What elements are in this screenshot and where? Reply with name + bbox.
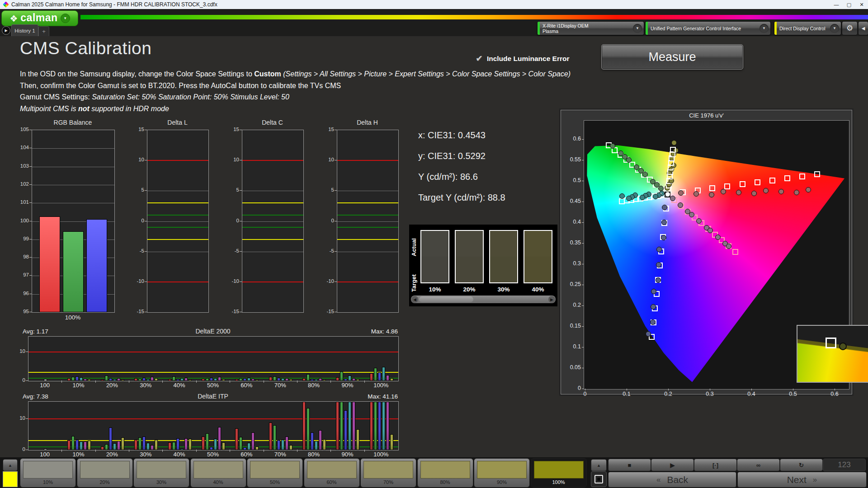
tick-mark xyxy=(330,380,331,383)
app-icon xyxy=(3,1,9,8)
deltae-bar xyxy=(344,410,347,450)
tick-mark xyxy=(129,450,129,452)
scroll-left-button[interactable]: ◀ xyxy=(411,296,418,303)
y-tick-label: 96 xyxy=(12,291,29,296)
y-tick-label: 10 xyxy=(317,157,334,162)
deltae-bar xyxy=(382,367,385,381)
readout-line: Target Y (cd/m²): 88.8 xyxy=(418,192,505,203)
continuous-button[interactable]: ∞ xyxy=(737,459,780,471)
y-tick-label: 0 xyxy=(317,218,334,223)
tick-mark xyxy=(582,139,584,140)
reference-line xyxy=(242,215,303,216)
settings-gear-button[interactable]: ⚙ xyxy=(842,21,858,35)
collapse-panel-button[interactable]: ◀ xyxy=(858,21,868,35)
meter-dropdown[interactable]: X-Rite i1Display OEMPlasma▼ xyxy=(537,21,644,35)
deltae-bar xyxy=(206,378,209,381)
interval-button[interactable]: [·] xyxy=(694,459,737,471)
cie-y-label: 0.45 xyxy=(563,198,581,204)
tick-mark xyxy=(835,389,835,390)
cie-y-label: 0.2 xyxy=(563,302,581,308)
measured-point xyxy=(671,140,677,145)
measured-point xyxy=(661,235,666,240)
patch-30%[interactable]: 30% xyxy=(133,458,189,488)
minimize-button[interactable]: — xyxy=(830,0,843,9)
patch-40%[interactable]: 40% xyxy=(190,458,246,488)
deltae-bar xyxy=(134,440,137,450)
tick-mark xyxy=(240,190,242,191)
patch-100%[interactable]: 100% xyxy=(531,458,587,488)
deltae-bar xyxy=(218,427,221,450)
deltae-bar xyxy=(151,377,154,381)
group-label: 100 xyxy=(28,451,61,458)
tick-mark xyxy=(264,380,264,383)
deltae-bar xyxy=(307,374,310,381)
reference-line xyxy=(337,239,398,240)
tick-mark xyxy=(61,380,62,383)
y-tick-label: 100 xyxy=(12,218,29,223)
scroll-thumb[interactable] xyxy=(419,296,473,302)
back-button[interactable]: « Back xyxy=(608,472,736,488)
target-square xyxy=(755,179,760,185)
pattern-generator-dropdown[interactable]: Unified Pattern Generator Control Interf… xyxy=(645,21,771,35)
add-tab-button[interactable]: + xyxy=(38,26,49,36)
patch-20%[interactable]: 20% xyxy=(77,458,133,488)
display-control-dropdown[interactable]: Direct Display Control▼ xyxy=(774,21,841,35)
deltae-bar xyxy=(255,380,259,381)
cie-plot xyxy=(584,120,849,389)
patch-60%[interactable]: 60% xyxy=(304,458,360,488)
cie-y-label: 0.05 xyxy=(563,364,581,371)
y-tick-label: 99 xyxy=(12,236,29,241)
deltae-bar xyxy=(285,378,288,381)
tick-mark xyxy=(230,380,230,383)
scroll-right-button[interactable]: ▶ xyxy=(548,296,555,303)
deltae-bar xyxy=(336,402,339,450)
calman-menu-button[interactable]: ❖ calman ▼ xyxy=(1,10,78,26)
patch-10%[interactable]: 10% xyxy=(20,458,76,488)
play-button[interactable]: ▶ xyxy=(651,459,694,471)
patch-70%[interactable]: 70% xyxy=(360,458,416,488)
pattern-preview-swatch[interactable] xyxy=(3,471,18,487)
deltae-bar xyxy=(109,378,112,381)
cie-y-label: 0.25 xyxy=(563,281,581,287)
transport-up-button[interactable]: ▲ xyxy=(591,459,607,471)
next-button[interactable]: Next » xyxy=(737,472,867,488)
pattern-window-up-button[interactable]: ▲ xyxy=(3,459,18,471)
reference-line xyxy=(147,215,208,216)
y-tick-label: -10 xyxy=(127,278,144,284)
cie-y-label: 0 xyxy=(563,385,581,391)
patch-90%[interactable]: 90% xyxy=(474,458,530,488)
cie-x-label: 0.3 xyxy=(701,391,719,397)
cie-x-label: 0.2 xyxy=(659,391,677,397)
maximize-button[interactable]: ▢ xyxy=(843,0,855,9)
y-tick-label: 10 xyxy=(14,415,25,421)
refresh-button[interactable]: ↻ xyxy=(780,459,823,471)
include-luminance-checkbox[interactable]: ✔ Include Luminance Error xyxy=(476,53,570,64)
pattern-window-button[interactable] xyxy=(591,471,607,487)
deltae-bar xyxy=(235,428,238,450)
deltae-bar xyxy=(340,402,343,450)
swatch-scrollbar[interactable]: ◀▶ xyxy=(411,296,556,303)
deltae-bar xyxy=(113,443,116,450)
cie-x-label: 0.1 xyxy=(618,391,636,397)
deltae-bar xyxy=(105,375,108,381)
tick-mark xyxy=(29,221,32,221)
deltae-bar xyxy=(214,378,217,381)
patch-50%[interactable]: 50% xyxy=(247,458,303,488)
tab-scroll-button[interactable]: ▶ xyxy=(2,26,10,35)
stop-button[interactable]: ■ xyxy=(608,459,651,471)
cie-y-label: 0.1 xyxy=(563,343,581,350)
tick-mark xyxy=(95,450,96,452)
measure-button[interactable]: Measure xyxy=(601,44,743,70)
close-button[interactable]: ✕ xyxy=(855,0,868,9)
tick-mark xyxy=(29,166,32,167)
y-tick-label: -10 xyxy=(222,278,239,284)
measured-point xyxy=(640,195,645,200)
patch-80%[interactable]: 80% xyxy=(417,458,473,488)
measured-point xyxy=(619,193,625,199)
tick-mark xyxy=(29,239,32,239)
titlebar: Calman 2025 Calman Home for Samsung - FM… xyxy=(0,0,868,9)
tab-history-1[interactable]: History 1 xyxy=(11,24,38,36)
deltae-bar xyxy=(386,375,389,381)
deltae-bar xyxy=(323,439,326,450)
tick-mark xyxy=(297,380,297,383)
